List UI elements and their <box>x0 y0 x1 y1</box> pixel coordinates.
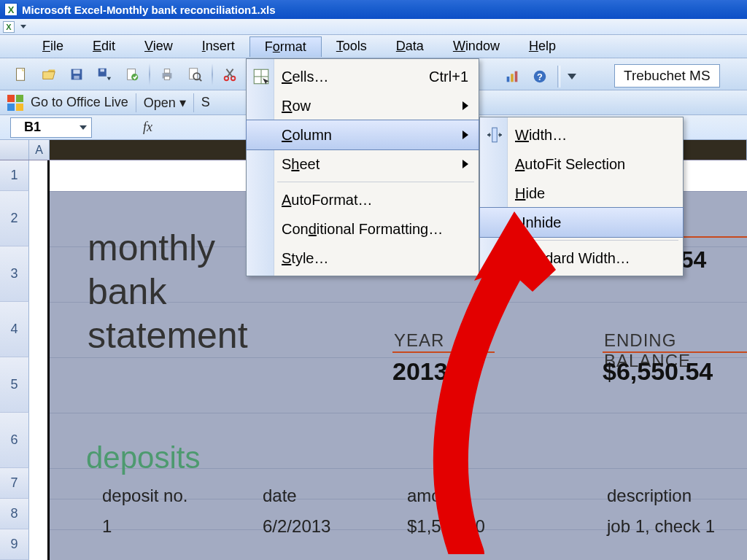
column-submenu-popup: Width… AutoFit Selection Hide Unhide Sta… <box>479 117 684 276</box>
column-hide[interactable]: Hide <box>480 179 683 208</box>
deposit-amount-value: $1,500.00 <box>407 516 485 537</box>
toolbar-separator <box>557 66 560 88</box>
row-header-9[interactable]: 9 <box>0 529 29 560</box>
column-autofit[interactable]: AutoFit Selection <box>480 149 683 179</box>
help-icon[interactable]: ? <box>530 66 550 87</box>
row-header-4[interactable]: 4 <box>0 302 29 357</box>
svg-marker-7 <box>107 77 112 80</box>
workbook-dropdown-icon[interactable] <box>20 25 26 28</box>
excel-app-icon: X <box>4 3 18 16</box>
office-live-save[interactable]: S <box>201 95 210 110</box>
svg-rect-26 <box>515 71 518 82</box>
format-menu-popup: Cells… Ctrl+1 Row Column Sheet AutoForma… <box>246 58 479 276</box>
permission-icon[interactable] <box>121 63 143 85</box>
deposit-description-value: job 1, check 1 <box>607 516 715 537</box>
svg-rect-32 <box>492 128 498 142</box>
menu-window[interactable]: Window <box>438 36 514 56</box>
svg-rect-11 <box>164 69 169 73</box>
svg-marker-34 <box>500 133 502 138</box>
svg-rect-24 <box>507 77 510 82</box>
svg-marker-33 <box>487 133 489 138</box>
format-style[interactable]: Style… <box>247 244 479 273</box>
svg-line-15 <box>199 79 201 81</box>
ending-balance-rule <box>603 351 747 353</box>
column-standard-width[interactable]: Standard Width… <box>480 244 683 273</box>
row-headers: 1 2 3 4 5 6 7 8 9 <box>0 160 29 560</box>
new-icon[interactable] <box>10 63 32 85</box>
menu-view[interactable]: View <box>130 36 187 56</box>
svg-rect-3 <box>73 69 80 74</box>
font-name-value: Trebuchet MS <box>624 68 711 84</box>
menu-insert[interactable]: Insert <box>187 36 249 56</box>
format-column[interactable]: Column <box>247 120 479 149</box>
print-icon[interactable] <box>156 63 178 85</box>
print-preview-icon[interactable] <box>184 63 206 85</box>
year-label: YEAR <box>394 330 444 351</box>
submenu-arrow-icon <box>462 160 468 168</box>
year-value: 2013 <box>392 357 448 386</box>
menu-data[interactable]: Data <box>382 36 438 56</box>
row-header-7[interactable]: 7 <box>0 468 29 499</box>
name-box-value: B1 <box>24 120 41 135</box>
statement-title: monthly bank statement <box>88 226 248 357</box>
office-live-icon[interactable] <box>7 95 23 111</box>
svg-text:?: ? <box>537 71 543 82</box>
toolbar-overflow-icon[interactable] <box>568 74 576 79</box>
column-width-icon <box>485 125 504 144</box>
open-icon[interactable] <box>38 63 60 85</box>
row-header-2[interactable]: 2 <box>0 191 29 246</box>
name-box-dropdown-icon[interactable] <box>80 125 87 130</box>
save-dropdown-icon[interactable] <box>93 63 115 85</box>
column-unhide[interactable]: Unhide <box>480 208 683 237</box>
save-icon[interactable] <box>66 63 88 85</box>
cut-icon[interactable] <box>219 63 241 85</box>
deposits-heading: deposits <box>86 440 200 475</box>
header-amount: amount <box>407 486 465 506</box>
window-icon-bar: X <box>0 19 747 35</box>
format-sheet[interactable]: Sheet <box>247 149 479 179</box>
header-date: date <box>263 486 297 506</box>
row-header-8[interactable]: 8 <box>0 499 29 529</box>
row-header-6[interactable]: 6 <box>0 413 29 468</box>
menu-file[interactable]: File <box>28 36 78 56</box>
workbook-icon[interactable]: X <box>3 21 15 33</box>
header-deposit-no: deposit no. <box>102 486 187 506</box>
svg-rect-12 <box>164 76 169 79</box>
chart-icon[interactable] <box>502 66 522 87</box>
row-header-3[interactable]: 3 <box>0 246 29 302</box>
svg-rect-4 <box>74 75 79 79</box>
font-name-combo[interactable]: Trebuchet MS <box>614 64 720 88</box>
go-to-office-live[interactable]: Go to Office Live <box>31 95 128 110</box>
menu-help[interactable]: Help <box>514 36 570 56</box>
submenu-arrow-icon <box>462 131 468 139</box>
column-header-A[interactable]: A <box>29 140 50 160</box>
format-cells[interactable]: Cells… Ctrl+1 <box>247 62 479 91</box>
toolbar-separator <box>136 93 136 112</box>
cells-icon <box>252 67 271 86</box>
column-width[interactable]: Width… <box>480 120 683 149</box>
name-box[interactable]: B1 <box>10 117 92 138</box>
fx-label[interactable]: fx <box>92 120 160 135</box>
cells-shortcut: Ctrl+1 <box>429 69 468 85</box>
office-live-open[interactable]: Open ▾ <box>144 95 186 111</box>
toolbar-separator <box>212 63 213 85</box>
menu-tools[interactable]: Tools <box>322 36 382 56</box>
toolbar-separator <box>193 93 194 112</box>
format-row[interactable]: Row <box>247 91 479 120</box>
row-header-1[interactable]: 1 <box>0 160 29 191</box>
menu-separator <box>277 182 474 182</box>
deposit-date-value: 6/2/2013 <box>263 516 330 537</box>
svg-point-9 <box>131 74 138 80</box>
title-app: Microsoft Excel <box>22 4 103 16</box>
svg-rect-6 <box>101 69 105 71</box>
select-all-corner[interactable] <box>0 140 29 160</box>
format-autoformat[interactable]: AutoFormat… <box>247 185 479 214</box>
row-header-5[interactable]: 5 <box>0 357 29 413</box>
menu-edit[interactable]: Edit <box>78 36 130 56</box>
format-conditional-formatting[interactable]: Conditional Formatting… <box>247 214 479 244</box>
year-rule <box>392 351 495 353</box>
menu-bar: File Edit View Insert Format Tools Data … <box>0 35 747 58</box>
menu-separator <box>511 240 678 241</box>
title-bar: X Microsoft Excel - Monthly bank reconci… <box>0 0 747 19</box>
menu-format[interactable]: Format <box>249 36 322 57</box>
